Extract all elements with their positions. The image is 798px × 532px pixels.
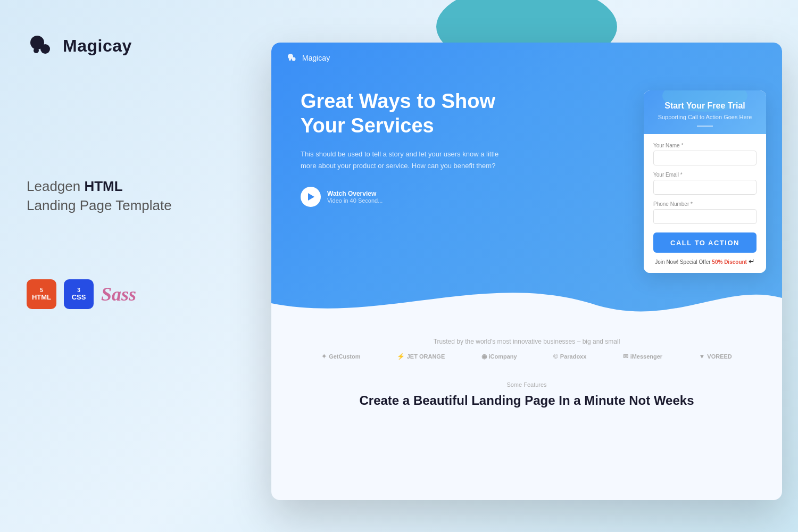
features-label: Some Features bbox=[293, 381, 761, 388]
hero-wave bbox=[271, 271, 782, 325]
right-panel: Magicay Great Ways to Show Your Services… bbox=[255, 0, 798, 532]
play-icon bbox=[308, 193, 314, 201]
cta-divider bbox=[697, 126, 713, 127]
logo-getcustom: ✦ GetCustom bbox=[321, 353, 360, 360]
tagline-line2: Landing Page Template bbox=[27, 196, 229, 215]
nav-logo-icon bbox=[286, 52, 298, 64]
play-button-row: Watch Overview Video in 40 Second... bbox=[301, 187, 508, 207]
play-label: Watch Overview bbox=[327, 190, 383, 197]
logos-row: ✦ GetCustom ⚡ JET ORANGE ◉ iCompany © Pa… bbox=[293, 353, 761, 360]
name-input[interactable] bbox=[653, 151, 757, 165]
voreed-icon: ▼ bbox=[699, 353, 705, 360]
paradoxx-icon: © bbox=[553, 353, 558, 360]
play-sublabel: Video in 40 Second... bbox=[327, 197, 383, 204]
offer-highlight: 50% Discount bbox=[712, 259, 747, 265]
play-button[interactable] bbox=[301, 187, 321, 207]
cta-card-subtitle: Supporting Call to Action Goes Here bbox=[653, 113, 757, 121]
browser-mockup: Magicay Great Ways to Show Your Services… bbox=[271, 43, 782, 500]
hero-description: This should be used to tell a story and … bbox=[301, 148, 508, 172]
tagline: Leadgen HTML Landing Page Template bbox=[27, 177, 229, 215]
brand-name: Magicay bbox=[63, 36, 132, 56]
svg-point-4 bbox=[292, 57, 296, 61]
features-title: Create a Beautiful Landing Page In a Min… bbox=[293, 392, 761, 409]
offer-arrow: ↵ bbox=[749, 257, 755, 265]
name-label: Your Name * bbox=[653, 143, 757, 148]
cta-card-title: Start Your Free Trial bbox=[653, 101, 757, 111]
logo-imessenger: ✉ iMessenger bbox=[623, 353, 663, 360]
logo-icompany: ◉ iCompany bbox=[481, 353, 517, 360]
logo-jetorange: ⚡ JET ORANGE bbox=[397, 353, 445, 360]
sass-badge: Sass bbox=[101, 283, 136, 305]
css3-badge: 3 CSS bbox=[64, 279, 94, 309]
phone-label: Phone Number * bbox=[653, 201, 757, 207]
nav-logo-text: Magicay bbox=[302, 54, 330, 62]
cta-card-header: Start Your Free Trial Supporting Call to… bbox=[644, 90, 766, 134]
bottom-section: Trusted by the world's most innovative b… bbox=[271, 325, 782, 425]
cta-offer: Join Now! Special Offer 50% Discount ↵ bbox=[653, 257, 757, 265]
hero-content: Great Ways to Show Your Services This sh… bbox=[271, 73, 537, 223]
hero-title: Great Ways to Show Your Services bbox=[301, 89, 508, 138]
brand-logo-icon bbox=[27, 32, 54, 60]
nav-logo: Magicay bbox=[286, 52, 330, 64]
email-label: Your Email * bbox=[653, 172, 757, 178]
form-group-phone: Phone Number * bbox=[653, 201, 757, 224]
jetorange-icon: ⚡ bbox=[397, 353, 405, 360]
form-group-name: Your Name * bbox=[653, 143, 757, 165]
nav-bar: Magicay bbox=[271, 43, 782, 73]
getcustom-icon: ✦ bbox=[321, 353, 327, 360]
imessenger-icon: ✉ bbox=[623, 353, 628, 360]
brand-logo: Magicay bbox=[27, 32, 229, 60]
cta-card-body: Your Name * Your Email * Phone Number * … bbox=[644, 134, 766, 273]
logo-voreed: ▼ VOREED bbox=[699, 353, 732, 360]
email-input[interactable] bbox=[653, 180, 757, 195]
features-section: Some Features Create a Beautiful Landing… bbox=[293, 376, 761, 414]
tech-badges: 5 HTML 3 CSS Sass bbox=[27, 279, 229, 309]
svg-point-5 bbox=[289, 59, 291, 61]
cta-form-card: Start Your Free Trial Supporting Call to… bbox=[644, 90, 766, 273]
hero-section: Magicay Great Ways to Show Your Services… bbox=[271, 43, 782, 325]
svg-point-2 bbox=[34, 48, 39, 53]
logo-paradoxx: © Paradoxx bbox=[553, 353, 586, 360]
play-text: Watch Overview Video in 40 Second... bbox=[327, 190, 383, 204]
tagline-line1: Leadgen HTML bbox=[27, 177, 229, 196]
form-group-email: Your Email * bbox=[653, 172, 757, 195]
cta-action-button[interactable]: CALL TO ACTION bbox=[653, 232, 757, 253]
html5-badge: 5 HTML bbox=[27, 279, 56, 309]
icompany-icon: ◉ bbox=[481, 353, 487, 360]
phone-input[interactable] bbox=[653, 209, 757, 224]
svg-point-1 bbox=[40, 44, 50, 54]
left-panel: Magicay Leadgen HTML Landing Page Templa… bbox=[0, 0, 255, 532]
trust-text: Trusted by the world's most innovative b… bbox=[293, 338, 761, 345]
